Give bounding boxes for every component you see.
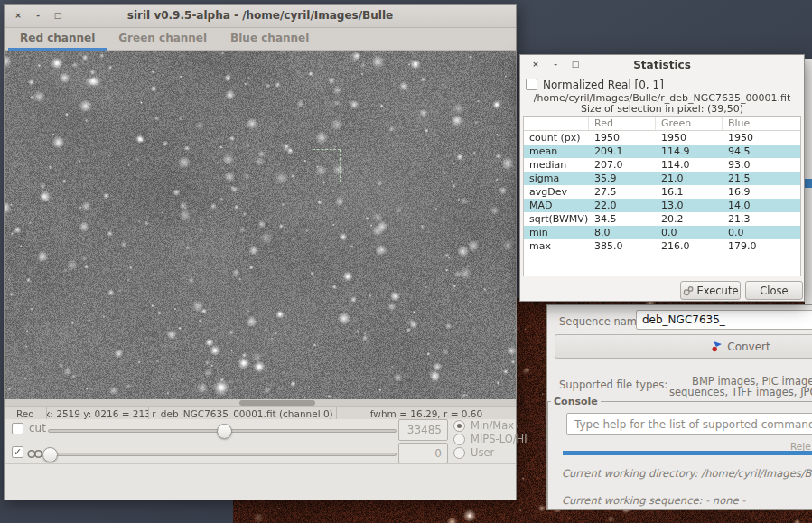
stats-table-row[interactable]: max385.0216.0179.0 (524, 239, 800, 253)
close-icon[interactable]: × (12, 10, 24, 23)
statistics-dialog: × - □ Statistics Normalized Real [0, 1] … (519, 54, 805, 302)
stats-table-row[interactable]: MAD22.013.014.0 (524, 199, 800, 212)
close-icon[interactable]: × (529, 59, 542, 71)
close-button[interactable]: Close (745, 281, 803, 300)
stats-table-row[interactable]: median207.0114.093.0 (524, 158, 800, 172)
stats-table-cell: sigma (524, 172, 589, 185)
high-level-value[interactable]: 33485 (398, 419, 448, 441)
stats-table-cell: 22.0 (589, 199, 656, 212)
stats-table-cell: MAD (524, 199, 589, 212)
stats-table-cell: max (524, 239, 589, 253)
stats-table-cell: 35.9 (589, 172, 656, 185)
sequence-name-input[interactable] (636, 310, 812, 330)
stats-table-cell: 0.0 (723, 226, 800, 239)
radio-mips-lo-hi-label: MIPS-LO/HI (471, 433, 527, 445)
stats-table-cell: median (524, 158, 589, 172)
stats-table-row[interactable]: sqrt(BWMV)34.520.221.3 (524, 212, 800, 226)
link-channels-checkbox[interactable]: ✓ (12, 446, 23, 458)
radio-minmax-label: Min/Max (471, 419, 514, 432)
stats-table-cell: 114.0 (656, 158, 723, 172)
stats-table-row[interactable]: avgDev27.516.116.9 (524, 185, 800, 199)
stats-table-cell: mean (524, 145, 589, 158)
stats-table-cell: 34.5 (589, 212, 656, 226)
low-level-slider-handle[interactable] (42, 447, 58, 462)
convert-button[interactable]: Convert (555, 334, 812, 359)
image-display-area[interactable] (5, 51, 516, 399)
radio-user[interactable] (453, 447, 465, 459)
current-working-sequence-text: Current working sequence: - none - (562, 494, 745, 507)
statusbar-filename: r_deb_NGC7635_00001.fit (channel 0) (149, 407, 337, 419)
radio-mips-lo-hi[interactable] (453, 434, 465, 445)
panel-edge-sliver (805, 59, 812, 304)
low-level-slider[interactable] (48, 453, 397, 456)
tab-green-channel[interactable]: Green channel (107, 28, 219, 51)
cut-checkbox[interactable] (12, 423, 23, 434)
high-level-slider-handle[interactable] (217, 424, 232, 439)
window-title: siril v0.9.5-alpha - /home/cyril/Images/… (5, 5, 516, 27)
selection-size-text: Size of selection in pixel: (39,50) (520, 103, 804, 115)
stats-table-cell: 385.0 (589, 239, 656, 253)
stats-table-cell: 93.0 (723, 158, 800, 172)
supported-file-types-value-line2: sequences, TIFF images, JPG images (669, 386, 812, 398)
normalized-checkbox-label: Normalized Real [0, 1] (543, 79, 664, 91)
radio-user-label: User (471, 446, 494, 459)
panel-sliver-progress-fragment (805, 179, 812, 188)
stats-table-body: count (px)195019501950mean209.1114.994.5… (524, 131, 800, 253)
stats-table-cell: 209.1 (589, 145, 656, 158)
statusbar-cursor-coords: x: 2519 y: 0216 = 213 (47, 407, 149, 419)
command-input[interactable] (566, 413, 812, 435)
statusbar: Red x: 2519 y: 0216 = 213 r_deb_NGC7635_… (5, 406, 516, 419)
stats-table-cell: 207.0 (589, 158, 656, 172)
stats-table-row[interactable]: mean209.1114.994.5 (524, 145, 800, 158)
statistics-dialog-title: Statistics (520, 55, 804, 75)
stats-table-cell: 14.0 (723, 199, 800, 212)
stats-table-cell: 16.9 (723, 185, 800, 199)
close-button-label: Close (760, 285, 788, 297)
execute-button-label: Execute (697, 285, 739, 297)
minimize-icon[interactable]: - (549, 59, 562, 71)
convert-icon (711, 341, 723, 352)
conversion-panel: Sequence name: Convert Supported file ty… (546, 304, 812, 510)
radio-minmax[interactable] (453, 420, 465, 432)
statistics-table-header: Red Green Blue (524, 117, 800, 131)
header-blue: Blue (723, 117, 800, 130)
stats-table-cell: count (px) (524, 131, 589, 145)
statusbar-fwhm: fwhm = 16.29, r = 0.60 (337, 407, 516, 419)
horizontal-scrollbar-thumb[interactable] (239, 400, 315, 406)
execute-button[interactable]: Execute (680, 281, 741, 300)
header-red: Red (589, 117, 656, 130)
tab-red-channel[interactable]: Red channel (8, 28, 107, 51)
stats-table-cell: 94.5 (723, 145, 800, 158)
stats-table-row[interactable]: sigma35.921.021.5 (524, 172, 800, 185)
statistics-titlebar[interactable]: × - □ Statistics (520, 55, 804, 76)
maximize-icon[interactable]: □ (51, 10, 64, 23)
chain-link-icon (27, 449, 43, 459)
sequence-name-label: Sequence name: (559, 315, 647, 328)
main-titlebar[interactable]: × - □ siril v0.9.5-alpha - /home/cyril/I… (5, 5, 516, 28)
normalized-checkbox[interactable] (526, 79, 537, 90)
stats-table-cell: 21.5 (723, 172, 800, 185)
execute-gears-icon (683, 285, 694, 296)
maximize-icon[interactable]: □ (569, 59, 582, 71)
stats-table-cell: min (524, 226, 589, 239)
tab-blue-channel[interactable]: Blue channel (219, 28, 321, 51)
stats-table-cell: 21.0 (656, 172, 723, 185)
stats-table-cell: 114.9 (656, 145, 723, 158)
stats-table-cell: 0.0 (656, 226, 723, 239)
selection-rectangle[interactable] (313, 149, 341, 182)
minimize-icon[interactable]: - (32, 10, 44, 23)
stats-table-cell: 16.1 (656, 185, 723, 199)
header-blank (524, 117, 589, 130)
console-frame: Console Reje Current working directory: … (547, 401, 812, 509)
low-level-value[interactable]: 0 (398, 443, 448, 464)
channel-tabbar: Red channel Green channel Blue channel (5, 28, 516, 51)
stats-table-row[interactable]: min8.00.00.0 (524, 226, 800, 239)
statusbar-channel: Red (5, 407, 47, 419)
supported-file-types-label: Supported file types: (559, 378, 667, 391)
stats-table-cell: 20.2 (656, 212, 723, 226)
siril-main-window: × - □ siril v0.9.5-alpha - /home/cyril/I… (4, 4, 517, 500)
stats-table-row[interactable]: count (px)195019501950 (524, 131, 800, 145)
stats-table-cell: 1950 (656, 131, 723, 145)
stats-table-cell: 1950 (723, 131, 800, 145)
horizontal-scrollbar[interactable] (5, 399, 516, 406)
